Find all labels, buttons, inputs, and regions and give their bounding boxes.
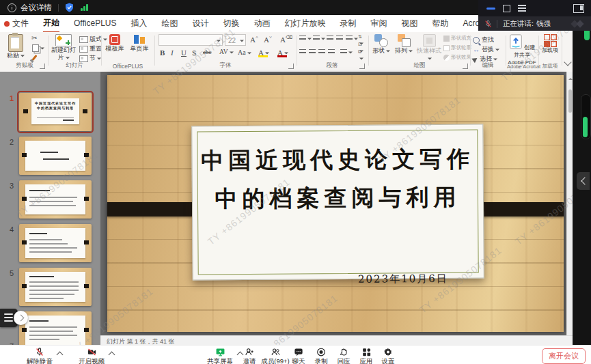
new-slide-label: 新建幻灯片	[51, 46, 76, 61]
underline-button[interactable]: U	[181, 48, 187, 57]
thumb-text-line	[29, 339, 59, 340]
tab-design[interactable]: 设计	[192, 15, 208, 32]
tab-animations[interactable]: 动画	[253, 15, 270, 32]
current-slide[interactable]: 中国近现代史论文写作 中的档案查阅与利用 2023年10月6日	[107, 75, 564, 332]
slide-thumbnail-5[interactable]	[19, 268, 92, 306]
meeting-details-button[interactable]: 会议详情	[20, 3, 52, 13]
replace-button[interactable]: ↔替换	[473, 45, 499, 54]
slide-thumbnail-2[interactable]	[19, 137, 92, 175]
quick-styles-button[interactable]: 快速样式	[415, 34, 443, 62]
drawer-handle[interactable]	[14, 311, 28, 325]
tab-insert[interactable]: 插入	[130, 15, 147, 32]
justify-icon	[328, 49, 335, 55]
bullets-button[interactable]	[299, 35, 312, 42]
leave-meeting-button[interactable]: 离开会议	[542, 348, 586, 364]
line-spacing-icon	[346, 36, 353, 42]
align-center-button[interactable]	[309, 48, 316, 55]
tab-home[interactable]: 开始	[43, 14, 59, 33]
shape-fill-button[interactable]: 形状填充	[443, 35, 471, 42]
collapse-ribbon-icon[interactable]	[564, 58, 571, 66]
format-painter-button[interactable]	[33, 54, 36, 61]
copy-button[interactable]	[32, 44, 44, 52]
slide-thumbnail-3[interactable]	[19, 180, 92, 219]
numbering-button[interactable]	[313, 35, 325, 42]
settings-label: 设置	[372, 357, 404, 364]
scrollbar-thumb[interactable]	[568, 89, 572, 113]
window-view-icon[interactable]	[503, 5, 510, 12]
justify-button[interactable]	[328, 48, 335, 55]
addins-button[interactable]: 加载项	[540, 34, 560, 54]
slide-thumbnail-1[interactable]: 中国近现代史论文写作 中的档案查阅与利用	[19, 93, 92, 131]
thumb-paper	[25, 184, 85, 214]
change-case-button[interactable]: Aa	[238, 48, 251, 56]
tab-slideshow[interactable]: 幻灯片放映	[284, 15, 325, 32]
find-label: 查找	[482, 36, 494, 43]
thumb-text-line	[29, 294, 74, 295]
page-library-button[interactable]: 单页库	[128, 34, 150, 53]
layout-icon	[79, 36, 88, 43]
increase-indent-button[interactable]	[336, 35, 343, 42]
tab-officeplus[interactable]: OfficePLUS	[74, 15, 116, 32]
settings-button[interactable]: 设置	[372, 347, 404, 364]
expand-panel-button[interactable]	[577, 172, 590, 190]
columns-button[interactable]	[340, 48, 353, 55]
slide-title-card[interactable]: 中国近现代史论文写作 中的档案查阅与利用 2023年10月6日	[191, 124, 484, 281]
align-right-button[interactable]	[318, 48, 325, 55]
font-size-combobox[interactable]: 22	[225, 34, 246, 46]
canvas-scrollbar[interactable]	[566, 72, 573, 350]
chevron-down-icon	[20, 55, 25, 59]
shape-outline-button[interactable]: 形状轮廓	[443, 44, 471, 51]
shapes-button[interactable]: 形状	[371, 34, 391, 55]
highlight-color-button[interactable]: A	[258, 48, 269, 57]
character-spacing-button[interactable]: AV	[219, 48, 234, 55]
ribbon-group-font: 22 A˄ A˅ A⌫ B I U S abc AV Aa A A 字体	[156, 32, 295, 72]
template-library-button[interactable]: 模板库	[104, 34, 126, 53]
cut-button[interactable]: ✂	[31, 35, 37, 42]
tab-record[interactable]: 录制	[340, 15, 356, 32]
clipboard-dialog-launcher[interactable]	[40, 64, 45, 69]
align-left-button[interactable]	[299, 48, 306, 55]
find-button[interactable]: 查找	[473, 36, 494, 44]
smartart-convert-button[interactable]: ⧉	[358, 48, 366, 62]
font-dialog-launcher[interactable]	[288, 64, 294, 69]
clear-format-button[interactable]: A⌫	[280, 35, 292, 44]
paragraph-dialog-launcher[interactable]	[359, 64, 365, 69]
arrange-button[interactable]: 排列	[394, 34, 414, 55]
new-slide-button[interactable]: 新建幻灯片	[49, 34, 78, 61]
create-pdf-button[interactable]: 创建并共享 Adobe PDF	[507, 34, 537, 66]
slide-thumbnail-4[interactable]	[19, 224, 92, 262]
tab-help[interactable]: 帮助	[432, 15, 448, 32]
shape-effects-button[interactable]: 形状效果	[443, 54, 471, 61]
increase-font-icon: A	[250, 36, 256, 44]
officeplus-group-label: OfficePLUS	[102, 63, 153, 70]
chevron-down-icon	[230, 51, 234, 55]
text-shadow-button[interactable]: S	[192, 48, 196, 57]
tab-file[interactable]: 文件	[12, 15, 29, 32]
unmute-button[interactable]: 解除静音	[20, 347, 59, 364]
italic-button[interactable]: I	[171, 48, 174, 57]
quick-styles-icon	[423, 34, 436, 47]
gear-icon	[383, 347, 394, 357]
tab-view[interactable]: 视图	[401, 15, 417, 32]
tab-transitions[interactable]: 切换	[223, 15, 239, 32]
font-color-button[interactable]: A	[277, 48, 288, 57]
minimize-icon[interactable]	[486, 8, 495, 10]
decrease-font-button[interactable]: A˅	[264, 35, 272, 44]
tab-draw[interactable]: 绘图	[161, 15, 178, 32]
font-name-combobox[interactable]	[159, 34, 223, 46]
paste-button[interactable]: 粘贴	[4, 34, 27, 59]
bold-button[interactable]: B	[160, 48, 165, 57]
slide-thumbnail-6[interactable]	[19, 311, 92, 345]
list-view-icon[interactable]	[518, 5, 526, 12]
slide-title-line2: 中的档案查阅与利用	[215, 184, 461, 212]
drawing-dialog-launcher[interactable]	[463, 64, 468, 69]
tab-review[interactable]: 审阅	[370, 15, 387, 32]
reset-button[interactable]: 重置	[79, 44, 102, 53]
decrease-indent-button[interactable]	[327, 35, 333, 42]
increase-font-button[interactable]: A˄	[250, 35, 258, 44]
scroll-up-icon[interactable]	[568, 76, 573, 80]
panel-toggle-icon[interactable]	[573, 4, 584, 13]
line-spacing-button[interactable]	[346, 35, 358, 42]
start-video-button[interactable]: 开启视频	[72, 347, 111, 364]
strikethrough-button[interactable]: abc	[203, 48, 212, 55]
